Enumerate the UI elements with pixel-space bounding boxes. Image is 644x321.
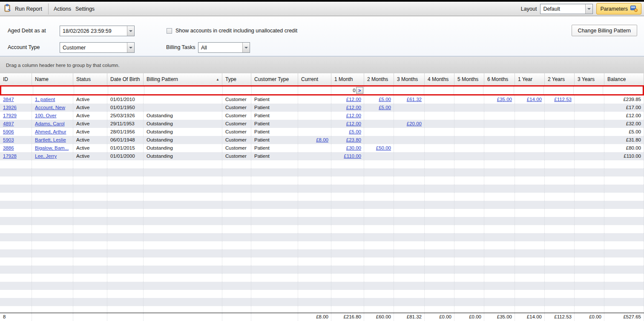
cell-link-m2[interactable]: £5.00 [379,105,391,110]
column-header-y2[interactable]: 2 Years [545,73,575,85]
cell-link-id[interactable]: 5903 [3,137,14,142]
grid-filter-row[interactable]: 0> [0,85,644,95]
cell-link-m2[interactable]: £5.00 [379,97,391,102]
filter-cell-id[interactable] [1,87,33,94]
column-header-status[interactable]: Status [73,73,107,85]
column-header-dob[interactable]: Date Of Birth [107,73,144,85]
menu-actions[interactable]: Actions [50,3,75,15]
column-header-current[interactable]: Current [298,73,331,85]
show-credit-checkbox[interactable] [167,28,172,34]
column-header-label: 2 Months [367,76,388,82]
filter-cell-m4[interactable] [424,87,454,94]
table-row[interactable]: 17929100, OverActive25/03/1926Outstandin… [0,112,644,120]
cell-link-id[interactable]: 5906 [3,129,14,134]
column-header-balance[interactable]: Balance [604,73,644,85]
aged-debt-dropdown-button[interactable] [127,26,134,36]
filter-cell-y2[interactable] [544,87,574,94]
column-header-m5[interactable]: 5 Months [454,73,484,85]
cell-link-name[interactable]: 100, Over [35,113,57,118]
column-header-y3[interactable]: 3 Years [575,73,604,85]
cell-link-id[interactable]: 3847 [3,97,14,102]
cell-link-m3[interactable]: £20.00 [407,121,422,126]
parameters-button[interactable]: Parameters [596,3,641,14]
cell-link-m2[interactable]: £50.00 [376,145,391,150]
filter-cell-status[interactable] [74,87,108,94]
cell-link-id[interactable]: 17928 [3,153,17,159]
table-row[interactable]: 13926Account, NewActive01/01/1950Custome… [0,104,644,112]
cell-link-name[interactable]: Adams, Carol [35,121,65,126]
cell-link-name[interactable]: Account, New [35,105,65,110]
cell-link-m1[interactable]: £12.00 [346,113,361,118]
layout-combobox[interactable]: Default [540,4,593,14]
change-billing-pattern-button[interactable]: Change Billing Pattern [572,25,637,36]
menu-settings[interactable]: Settings [75,3,98,15]
filter-cell-m5[interactable] [454,87,484,94]
table-row[interactable]: 5903Bartlett, LeslieActive06/01/1948Outs… [0,136,644,144]
column-header-m2[interactable]: 2 Months [364,73,394,85]
filter-cell-m3[interactable] [394,87,424,94]
account-type-dropdown-button[interactable] [127,43,134,52]
filter-cell-y3[interactable] [574,87,604,94]
cell-link-m6[interactable]: £35.00 [497,97,512,102]
cell-link-current[interactable]: £8.00 [316,137,328,142]
billing-tasks-dropdown-button[interactable] [242,43,250,52]
cell-current [298,249,331,257]
cell-link-name[interactable]: Bartlett, Leslie [35,137,66,142]
table-row[interactable]: 5906Ahmed, ArthurActive28/01/1956Outstan… [0,128,644,136]
filter-cell-ctype[interactable] [252,87,299,94]
filter-cell-current[interactable] [298,87,331,94]
cell-link-m1[interactable]: £30.00 [346,145,361,150]
filter-cell-m2[interactable] [364,87,394,94]
cell-link-y1[interactable]: £14.00 [527,97,542,102]
filter-operator-button[interactable]: > [356,87,363,94]
filter-cell-dob[interactable] [108,87,144,94]
filter-cell-billing[interactable] [144,87,223,94]
cell-y1 [515,241,545,249]
cell-link-m1[interactable]: £12.00 [346,97,361,102]
cell-link-name[interactable]: Lee, Jerry [35,153,57,159]
cell-link-m3[interactable]: £61.32 [407,97,422,102]
account-type-combobox[interactable]: Customer [60,42,135,53]
column-header-billing[interactable]: Billing Pattern▲ [144,73,222,85]
column-header-ctype[interactable]: Customer Type [251,73,298,85]
billing-tasks-combobox[interactable]: All [198,42,250,53]
filter-cell-m1[interactable]: 0> [331,87,364,94]
column-header-y1[interactable]: 1 Year [515,73,545,85]
table-row[interactable]: 3886Bigalow, Bam...Active01/01/2015Outst… [0,144,644,152]
column-header-m3[interactable]: 3 Months [394,73,425,85]
cell-link-m1[interactable]: £12.00 [346,105,361,110]
filter-cell-name[interactable] [33,87,75,94]
cell-link-id[interactable]: 3886 [3,145,14,150]
run-report-button[interactable]: Run Report [0,3,46,15]
cell-link-m1[interactable]: £5.00 [349,129,361,134]
column-header-id[interactable]: ID [0,73,32,85]
column-header-m4[interactable]: 4 Months [425,73,454,85]
cell-dob: 06/01/1948 [107,136,144,144]
column-header-type[interactable]: Type [222,73,251,85]
column-header-m6[interactable]: 6 Months [484,73,515,85]
group-by-bar[interactable]: Drag a column header here to group by th… [0,56,644,73]
column-header-name[interactable]: Name [32,73,73,85]
cell-link-m1[interactable]: £23.80 [346,137,361,142]
filter-value[interactable]: 0 [353,88,355,93]
cell-link-id[interactable]: 4897 [3,121,14,126]
table-row[interactable]: 4897Adams, CarolActive29/11/1953Outstand… [0,120,644,128]
filter-cell-y1[interactable] [514,87,544,94]
cell-link-name[interactable]: Bigalow, Bam... [35,145,69,150]
cell-link-y2[interactable]: £112.53 [554,97,572,102]
filter-cell-type[interactable] [223,87,252,94]
table-row[interactable]: 17928Lee, JerryActive01/01/2000Outstandi… [0,152,644,160]
table-row[interactable]: 38471, patientActive01/01/2010CustomerPa… [0,95,644,104]
cell-link-id[interactable]: 13926 [3,105,17,110]
filter-cell-m6[interactable] [483,87,514,94]
cell-ctype [251,168,298,176]
filter-cell-balance[interactable] [603,87,643,94]
cell-link-name[interactable]: Ahmed, Arthur [35,129,66,134]
cell-link-name[interactable]: 1, patient [35,97,55,102]
cell-link-m1[interactable]: £110.00 [344,153,361,159]
column-header-m1[interactable]: 1 Month [331,73,364,85]
layout-dropdown-button[interactable] [585,4,592,14]
cell-link-id[interactable]: 17929 [3,113,17,118]
aged-debt-date-combobox[interactable]: 18/02/2026 23:59:59 [60,26,135,36]
cell-link-m1[interactable]: £12.00 [346,121,361,126]
